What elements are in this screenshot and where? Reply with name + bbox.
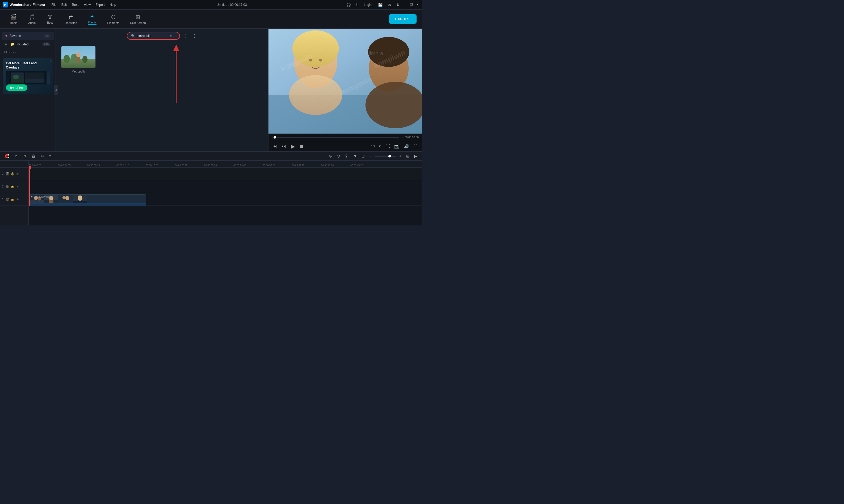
fit-to-window-button[interactable]: ⊞: [404, 153, 411, 159]
screenshot-button[interactable]: 📷: [393, 143, 401, 150]
track-3-lock[interactable]: 🔒: [11, 172, 14, 176]
zoom-slider[interactable]: [375, 156, 396, 157]
ad-try-button[interactable]: Try it Free: [6, 85, 28, 91]
skip-back-button[interactable]: ⏮: [272, 143, 278, 150]
info-icon[interactable]: ℹ: [355, 2, 359, 7]
timeline-main: + 3 🎬 🔒 👁 2 🎬 🔒 👁 1 🎬 🔒 👁: [0, 161, 422, 226]
properties-button[interactable]: ≡: [48, 153, 53, 159]
svg-point-21: [289, 75, 342, 115]
undo-button[interactable]: ↺: [13, 153, 19, 159]
playhead[interactable]: [29, 167, 30, 206]
ruler-mark-1: 00:00:04:05: [58, 164, 71, 166]
progress-handle[interactable]: [274, 136, 276, 139]
video-clip-1[interactable]: ▶ Low quality video: [29, 194, 146, 204]
ruler-mark-4: 00:00:16:20: [146, 164, 158, 166]
page-select-button[interactable]: ▼: [377, 143, 382, 149]
frame-back-button[interactable]: ⏭: [281, 143, 287, 150]
toolbar-transition[interactable]: ⇄ Transition: [60, 12, 81, 26]
menu-file[interactable]: File: [49, 2, 58, 8]
track-1-lock[interactable]: 🔒: [11, 198, 14, 201]
split-screen-icon: ⊞: [136, 14, 140, 20]
mail-icon[interactable]: ✉: [387, 2, 392, 7]
zoom-in-button[interactable]: +: [398, 153, 403, 159]
svg-rect-36: [49, 200, 53, 203]
svg-rect-5: [25, 78, 45, 83]
track-2-label: 2 🎬 🔒 👁: [0, 180, 29, 193]
volume-button[interactable]: 🔊: [403, 143, 410, 150]
mark-out-button[interactable]: }: [401, 136, 402, 139]
playback-progress[interactable]: [275, 137, 399, 138]
timeline-content[interactable]: 00:00:00:00 00:00:04:05 00:00:08:10 00:0…: [29, 161, 422, 226]
ruler-mark-8: 00:00:33:10: [263, 164, 275, 166]
ruler-mark-7: 00:00:29:05: [234, 164, 246, 166]
included-label: Included: [16, 42, 29, 46]
delete-button[interactable]: 🗑: [30, 153, 37, 159]
stop-button[interactable]: ⏹: [298, 143, 305, 150]
search-clear-button[interactable]: ×: [170, 35, 172, 37]
toolbar-audio[interactable]: 🎵 Audio: [24, 12, 40, 26]
minimize-button[interactable]: −: [404, 3, 408, 7]
toolbar-media[interactable]: 🎬 Media: [5, 12, 22, 26]
svg-point-20: [319, 59, 323, 61]
ruler-mark-2: 00:00:08:10: [87, 164, 100, 166]
zoom-handle[interactable]: [389, 155, 391, 158]
mask-button[interactable]: ⬡: [335, 153, 342, 159]
toolbar-effects[interactable]: ✦ Effects: [84, 11, 101, 27]
download-icon[interactable]: ⬇: [395, 2, 401, 7]
captions-button[interactable]: ⊡: [360, 153, 366, 159]
fullscreen-button[interactable]: ⛶: [385, 143, 391, 150]
menu-tools[interactable]: Tools: [69, 2, 81, 8]
sidebar: ♥ Favorite 15 ▶ 📁 Included 249 Filmstock…: [0, 29, 56, 151]
grid-view-button[interactable]: ⋮⋮⋮: [183, 32, 197, 39]
track-row-2: [29, 180, 422, 193]
track-3-label: 3 🎬 🔒 👁: [0, 167, 29, 180]
zoom-out-button[interactable]: −: [368, 153, 373, 159]
audio-record-button[interactable]: 🎙: [343, 153, 350, 159]
menu-edit[interactable]: Edit: [59, 2, 69, 8]
ruler-mark-5: 00:00:20:25: [175, 164, 188, 166]
favorite-count: 15: [44, 34, 50, 38]
track-2-lock[interactable]: 🔒: [11, 185, 14, 188]
maximize-button[interactable]: ❐: [410, 3, 413, 7]
close-button[interactable]: ✕: [415, 3, 419, 7]
effects-icon: ✦: [90, 13, 94, 20]
transition-icon: ⇄: [69, 14, 73, 20]
timeline-area: 🧲 ↺ ↻ 🗑 ✂ ≡ ⊙ ⬡ 🎙 ⚑ ⊡ − + ⊞ ▶ +: [0, 151, 422, 226]
export-button[interactable]: EXPORT: [389, 14, 416, 24]
snap-button[interactable]: 🧲: [3, 153, 11, 159]
search-box: 🔍 ×: [127, 32, 180, 40]
play-button[interactable]: ▶: [290, 142, 296, 150]
track-2-eye[interactable]: 👁: [16, 185, 19, 188]
sidebar-item-favorite[interactable]: ♥ Favorite 15: [2, 32, 54, 40]
add-track-button[interactable]: +: [2, 163, 4, 166]
filmstock-label: Filmstock: [0, 49, 55, 56]
menu-help[interactable]: Help: [107, 2, 118, 8]
track-3-eye[interactable]: 👁: [16, 172, 19, 176]
redo-button[interactable]: ↻: [21, 153, 28, 159]
more-button[interactable]: ▶: [413, 153, 419, 159]
markers-button[interactable]: ⚑: [352, 153, 358, 159]
menu-export[interactable]: Export: [93, 2, 107, 8]
video-preview-inner: kompiwin kompiwin kompiwin Filmora: [269, 29, 422, 133]
mark-in-button[interactable]: {: [272, 136, 273, 139]
video-preview: kompiwin kompiwin kompiwin Filmora: [269, 29, 422, 133]
cut-button[interactable]: ✂: [39, 153, 46, 159]
timecode-display: 00:00:00:00: [404, 136, 419, 139]
included-count: 249: [42, 42, 50, 46]
ad-close-button[interactable]: ×: [49, 59, 51, 63]
save-icon[interactable]: 💾: [377, 2, 383, 7]
sidebar-collapse-button[interactable]: ◀: [54, 85, 58, 95]
toolbar-titles[interactable]: T Titles: [42, 12, 58, 26]
headphones-icon[interactable]: 🎧: [345, 2, 352, 7]
effect-item-metropolis[interactable]: Metropolis: [61, 46, 96, 73]
search-input[interactable]: [137, 34, 169, 38]
track-motion-button[interactable]: ⊙: [327, 153, 333, 159]
timeline-toolbar: 🧲 ↺ ↻ 🗑 ✂ ≡ ⊙ ⬡ 🎙 ⚑ ⊡ − + ⊞ ▶: [0, 151, 422, 161]
toolbar-elements[interactable]: ⬡ Elements: [103, 12, 124, 26]
track-1-eye[interactable]: 👁: [16, 198, 19, 201]
menu-view[interactable]: View: [82, 2, 93, 8]
login-button[interactable]: Login: [362, 2, 374, 7]
toolbar-split-screen[interactable]: ⊞ Split Screen: [126, 12, 150, 26]
settings-button[interactable]: ⛶: [412, 143, 419, 150]
sidebar-item-included[interactable]: ▶ 📁 Included 249: [2, 40, 54, 48]
